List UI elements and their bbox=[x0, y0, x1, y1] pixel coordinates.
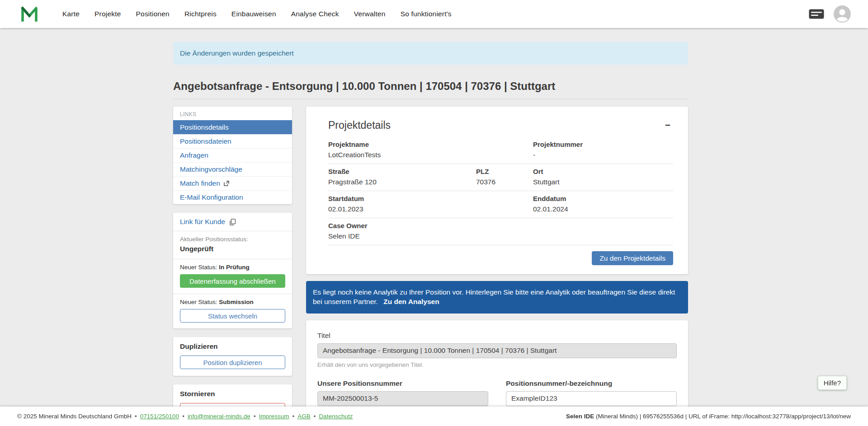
sidebar-item-positionsdetails[interactable]: Positionsdetails bbox=[173, 120, 292, 134]
field-label: Ort bbox=[533, 168, 673, 175]
top-nav: Karte Projekte Positionen Richtpreis Ein… bbox=[0, 0, 868, 28]
field-value: 70376 bbox=[476, 178, 533, 186]
complete-data-entry-button[interactable]: Datenerfassung abschließen bbox=[180, 274, 285, 288]
field-label: Projektname bbox=[328, 140, 533, 148]
next-status-review: Neuer Status: In Prüfung bbox=[173, 259, 292, 274]
field-value: - bbox=[533, 151, 673, 159]
go-to-project-details-button[interactable]: Zu den Projektdetails bbox=[592, 251, 673, 265]
analytics-banner-text: Es liegt noch keine Analytik zu Ihrer Po… bbox=[313, 288, 675, 305]
analytics-banner: Es liegt noch keine Analytik zu Ihrer Po… bbox=[306, 281, 688, 314]
next-status-value: In Prüfung bbox=[219, 264, 250, 271]
next-status-value: Submission bbox=[219, 299, 254, 305]
footer-impressum-link[interactable]: Impressum bbox=[259, 413, 289, 420]
nav-item-projekte[interactable]: Projekte bbox=[94, 10, 121, 18]
field-label: Projektnummer bbox=[533, 140, 673, 148]
customer-link[interactable]: Link für Kunde bbox=[173, 213, 292, 231]
field-label: Startdatum bbox=[328, 195, 533, 202]
brand-logo-icon bbox=[21, 6, 38, 22]
server-icon[interactable] bbox=[808, 9, 825, 19]
duplicate-position-button[interactable]: Position duplizieren bbox=[180, 356, 285, 369]
success-alert: Die Änderungen wurden gespeichert bbox=[173, 42, 688, 65]
page-title: Angebotsanfrage - Entsorgung | 10.000 To… bbox=[173, 80, 688, 99]
sidebar-item-label: Positionsdateien bbox=[180, 137, 231, 145]
next-status-label: Neuer Status: bbox=[180, 299, 217, 305]
footer-email-link[interactable]: info@mineral-minds.de bbox=[188, 413, 250, 420]
separator: • bbox=[314, 413, 316, 420]
sidebar-item-label: Match finden bbox=[180, 179, 220, 187]
project-details-card: Projektdetails − Projektname LotCreation… bbox=[306, 107, 688, 274]
nav-item-so-funktionierts[interactable]: So funktioniert's bbox=[401, 10, 452, 18]
help-button[interactable]: Hilfe? bbox=[818, 376, 847, 390]
sidebar-links-card: LINKS Positionsdetails Positionsdateien … bbox=[173, 107, 292, 204]
separator: • bbox=[292, 413, 294, 420]
project-row: Startdatum 02.01.2023 Enddatum 02.01.202… bbox=[328, 191, 673, 218]
separator: • bbox=[135, 413, 137, 420]
copyright-text: © 2025 Mineral Minds Deutschland GmbH bbox=[17, 413, 132, 420]
custom-position-number-input[interactable] bbox=[506, 391, 677, 406]
field-value: Pragstraße 120 bbox=[328, 178, 476, 186]
main-nav: Karte Projekte Positionen Richtpreis Ein… bbox=[62, 10, 452, 18]
nav-item-analyse-check[interactable]: Analyse Check bbox=[291, 10, 339, 18]
footer-phone-link[interactable]: 07151/250100 bbox=[140, 413, 179, 420]
duplicate-title: Duplizieren bbox=[180, 342, 285, 351]
separator: • bbox=[182, 413, 184, 420]
field-value: Stuttgart bbox=[533, 178, 673, 186]
page-body: Die Änderungen wurden gespeichert Angebo… bbox=[0, 28, 868, 426]
project-row: Projektname LotCreationTests Projektnumm… bbox=[328, 137, 673, 164]
current-status-block: Aktueller Positionsstatus: Ungeprüft bbox=[173, 231, 292, 259]
duplicate-card: Duplizieren Position duplizieren bbox=[173, 337, 292, 376]
avatar[interactable] bbox=[834, 5, 851, 23]
switch-status-button[interactable]: Status wechseln bbox=[180, 309, 285, 323]
project-details-title: Projektdetails bbox=[328, 119, 391, 131]
footer-session-text: (Mineral Minds) | 69576255536d | URL of … bbox=[594, 413, 851, 420]
next-status-label: Neuer Status: bbox=[180, 264, 217, 271]
copy-icon bbox=[229, 219, 236, 225]
field-label: PLZ bbox=[476, 168, 533, 175]
field-value: Selen IDE bbox=[328, 232, 533, 240]
our-position-number-input bbox=[317, 391, 488, 406]
sidebar-item-matchingvorschlaege[interactable]: Matchingvorschläge bbox=[173, 162, 292, 176]
nav-right bbox=[808, 5, 851, 23]
footer-left: © 2025 Mineral Minds Deutschland GmbH • … bbox=[17, 413, 353, 420]
nav-item-positionen[interactable]: Positionen bbox=[136, 10, 170, 18]
field-value: 02.01.2023 bbox=[328, 205, 533, 213]
nav-item-verwalten[interactable]: Verwalten bbox=[354, 10, 386, 18]
our-position-number-label: Unsere Positionsnummer bbox=[317, 379, 488, 388]
current-status-value: Ungeprüft bbox=[180, 245, 285, 253]
nav-item-einbauweisen[interactable]: Einbauweisen bbox=[231, 10, 276, 18]
sidebar-item-positionsdateien[interactable]: Positionsdateien bbox=[173, 134, 292, 148]
footer-session-info: Selen IDE (Mineral Minds) | 69576255536d… bbox=[566, 413, 851, 420]
project-row: Case Owner Selen IDE bbox=[328, 218, 673, 245]
next-status-submission: Neuer Status: Submission bbox=[173, 294, 292, 309]
sidebar-item-label: E-Mail Konfiguration bbox=[180, 193, 243, 201]
project-row: Straße Pragstraße 120 PLZ 70376 Ort Stut… bbox=[328, 164, 673, 191]
go-to-analyses-link[interactable]: Zu den Analysen bbox=[383, 298, 439, 305]
separator: • bbox=[254, 413, 256, 420]
links-header: LINKS bbox=[173, 107, 292, 120]
status-card: Link für Kunde Aktueller Positionsstatus… bbox=[173, 213, 292, 328]
nav-item-karte[interactable]: Karte bbox=[62, 10, 80, 18]
sidebar-item-label: Anfragen bbox=[180, 151, 208, 159]
nav-item-richtpreis[interactable]: Richtpreis bbox=[184, 10, 217, 18]
sidebar-item-email-konfiguration[interactable]: E-Mail Konfiguration bbox=[173, 190, 292, 204]
field-value: LotCreationTests bbox=[328, 151, 533, 159]
field-label: Enddatum bbox=[533, 195, 673, 202]
field-label: Straße bbox=[328, 168, 476, 175]
titel-input bbox=[317, 343, 677, 358]
sidebar-item-label: Positionsdetails bbox=[180, 123, 229, 131]
collapse-icon[interactable]: − bbox=[662, 119, 673, 131]
cancel-title: Stornieren bbox=[180, 390, 285, 398]
footer-datenschutz-link[interactable]: Datenschutz bbox=[319, 413, 353, 420]
footer: © 2025 Mineral Minds Deutschland GmbH • … bbox=[0, 407, 868, 426]
sidebar-item-anfragen[interactable]: Anfragen bbox=[173, 148, 292, 162]
sidebar: LINKS Positionsdetails Positionsdateien … bbox=[173, 107, 292, 426]
field-label: Case Owner bbox=[328, 222, 533, 229]
sidebar-item-match-finden[interactable]: Match finden bbox=[173, 176, 292, 190]
footer-agb-link[interactable]: AGB bbox=[297, 413, 311, 420]
footer-user: Selen IDE bbox=[566, 413, 594, 420]
brand-logo bbox=[21, 6, 38, 22]
success-alert-text: Die Änderungen wurden gespeichert bbox=[180, 49, 294, 57]
sidebar-item-label: Matchingvorschläge bbox=[180, 165, 242, 173]
main-content: Projektdetails − Projektname LotCreation… bbox=[306, 107, 688, 426]
current-status-label: Aktueller Positionsstatus: bbox=[180, 236, 285, 243]
